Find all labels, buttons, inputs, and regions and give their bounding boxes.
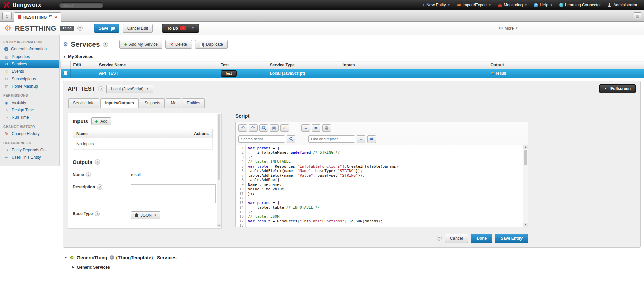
- todo-button[interactable]: To Do 1 ▼: [162, 24, 199, 33]
- io-panel-scrollbar[interactable]: ▼: [217, 114, 221, 227]
- menu-new-entity[interactable]: + New Entity ▼: [419, 3, 453, 7]
- service-name-cell[interactable]: API_TEST: [96, 69, 218, 78]
- sidebar-item-general-information[interactable]: i General Information: [0, 45, 59, 53]
- close-icon[interactable]: ×: [54, 16, 57, 19]
- code-line[interactable]: [248, 223, 523, 227]
- fullscreen-button[interactable]: Fullscreen: [599, 84, 636, 93]
- zoom-button[interactable]: [259, 124, 268, 132]
- indent-button[interactable]: ≡: [301, 124, 310, 132]
- my-services-group-header[interactable]: ▼ My Services: [60, 49, 644, 61]
- save-button[interactable]: Save: [94, 24, 119, 33]
- sidebar-item-run-time[interactable]: ◔ Run Time: [0, 114, 59, 121]
- menu-administrator[interactable]: Administrator: [604, 3, 641, 7]
- tab-restthing[interactable]: RESTTHING ×: [14, 12, 61, 22]
- sidebar-item-home-mashup[interactable]: ◫ Home Mashup: [0, 83, 59, 90]
- save-entity-button[interactable]: Save Entity: [495, 234, 528, 243]
- help-badge[interactable]: ?: [86, 172, 91, 177]
- row-select-checkbox[interactable]: [63, 71, 68, 75]
- global-search-input[interactable]: [59, 2, 104, 8]
- editor-code[interactable]: var params = { infoTableName: undefined …: [246, 145, 523, 227]
- sidebar-item-entity-depends-on[interactable]: ⇢ Entity Depends On: [0, 146, 59, 154]
- generic-services-group[interactable]: ▶ Generic Services: [72, 265, 644, 270]
- script-search-input[interactable]: [238, 135, 285, 143]
- code-line[interactable]: var table = Resources["InfoTableFunction…: [248, 164, 523, 169]
- cancel-edit-button[interactable]: Cancel Edit: [123, 24, 153, 33]
- help-badge[interactable]: ?: [95, 211, 100, 216]
- redo-button[interactable]: ↷: [249, 124, 258, 132]
- scroll-down-arrow[interactable]: ▼: [217, 224, 221, 227]
- help-badge[interactable]: ?: [77, 26, 83, 31]
- sidebar-section-title: PERMISSIONS: [0, 90, 59, 99]
- format-code-button[interactable]: ▦: [322, 124, 331, 132]
- tab-snippets[interactable]: Snippets: [140, 98, 165, 108]
- find-next-button[interactable]: →: [357, 135, 365, 143]
- code-line[interactable]: table.AddField({name: "Name", baseType: …: [248, 169, 523, 173]
- sidebar-item-change-history[interactable]: ↻ Change History: [0, 130, 59, 137]
- scrollbar-thumb[interactable]: [524, 150, 527, 165]
- code-line[interactable]: };: [248, 155, 523, 160]
- help-badge[interactable]: ?: [95, 159, 100, 165]
- code-line[interactable]: });: [248, 192, 523, 196]
- help-badge[interactable]: ?: [103, 42, 108, 47]
- scroll-down-arrow[interactable]: ▼: [523, 223, 528, 227]
- more-menu[interactable]: ⚙ More ▼: [499, 26, 640, 31]
- code-editor[interactable]: 123456789101112131415161718 var params =…: [236, 145, 528, 227]
- sidebar-item-services[interactable]: ⚙ Services: [0, 60, 59, 68]
- menu-monitoring[interactable]: Monitoring ▼: [494, 3, 530, 7]
- output-description-textarea[interactable]: [131, 184, 216, 203]
- info-icon[interactable]: i: [110, 255, 114, 260]
- menu-learning-connector[interactable]: Learning Connector: [556, 3, 604, 7]
- find-replace-input[interactable]: [308, 135, 355, 143]
- base-type-dropdown[interactable]: JSON ▼: [131, 211, 160, 219]
- sidebar-item-subscriptions[interactable]: ✉ Subscriptions: [0, 75, 59, 83]
- cancel-button[interactable]: Cancel: [445, 234, 468, 243]
- code-line[interactable]: // table: INFOTABLE: [248, 159, 523, 164]
- add-my-service-button[interactable]: + Add My Service: [119, 40, 162, 49]
- snapshot-button[interactable]: ▣: [270, 124, 279, 132]
- test-service-button[interactable]: Test: [221, 70, 237, 77]
- syntax-check-button[interactable]: ✓: [280, 124, 289, 132]
- done-button[interactable]: Done: [471, 234, 492, 243]
- menu-import-export[interactable]: ⇄ Import/Export ▼: [453, 3, 494, 7]
- code-line[interactable]: var result = Resources["InfoTableFunctio…: [248, 219, 523, 224]
- duplicate-button[interactable]: Duplicate: [195, 40, 228, 49]
- tab-list-button[interactable]: ▤: [634, 12, 641, 19]
- code-line[interactable]: table.AddRow({: [248, 178, 523, 182]
- replace-button[interactable]: ⇄: [367, 135, 376, 143]
- sidebar-item-visibility[interactable]: ◉ Visibility: [0, 99, 59, 106]
- editor-scrollbar[interactable]: ▲ ▼: [523, 145, 528, 227]
- menu-help[interactable]: ? Help ▼: [530, 3, 556, 7]
- code-line[interactable]: [248, 196, 523, 201]
- script-search-button[interactable]: [287, 135, 295, 143]
- help-badge[interactable]: ?: [97, 184, 102, 190]
- service-type-dropdown[interactable]: Local (JavaScript) ▼: [106, 85, 153, 93]
- code-line[interactable]: Name : me.name,: [248, 182, 523, 187]
- code-line[interactable]: };: [248, 210, 523, 215]
- code-line[interactable]: infoTableName: undefined /* STRING */: [248, 150, 523, 155]
- code-line[interactable]: Value : me.value,: [248, 187, 523, 192]
- code-line[interactable]: var params = {: [248, 146, 523, 151]
- sidebar-item-properties[interactable]: ▤ Properties: [0, 53, 59, 60]
- sidebar-item-uses-this-entity[interactable]: ⇠ Uses This Entity: [0, 154, 59, 161]
- tab-service-info[interactable]: Service Info: [68, 98, 99, 108]
- delete-button[interactable]: × Delete: [165, 40, 192, 49]
- code-line[interactable]: table: table /* INFOTABLE */: [248, 205, 523, 210]
- home-tab-button[interactable]: ⌂: [2, 12, 12, 20]
- scrollbar-thumb[interactable]: [218, 114, 220, 180]
- add-input-button[interactable]: + Add: [91, 117, 111, 125]
- service-row-api-test[interactable]: API_TEST Test Local (JavaScript) result: [61, 69, 644, 78]
- tab-entities[interactable]: Entities: [182, 98, 205, 108]
- undo-button[interactable]: ↶: [238, 124, 247, 132]
- help-badge[interactable]: ?: [437, 236, 442, 241]
- outdent-button[interactable]: ≣: [312, 124, 320, 132]
- help-badge[interactable]: ?: [98, 86, 103, 91]
- template-section-header[interactable]: ▼ ⚙ GenericThing i (ThingTemplate) - Ser…: [64, 255, 644, 261]
- scroll-up-arrow[interactable]: ▲: [523, 145, 528, 149]
- sidebar-item-design-time[interactable]: ◑ Design Time: [0, 106, 59, 114]
- tab-inputs-outputs[interactable]: Inputs/Outputs: [100, 98, 138, 108]
- sidebar-item-events[interactable]: ↯ Events: [0, 68, 59, 75]
- code-line[interactable]: // table: JSON: [248, 214, 523, 219]
- tab-me[interactable]: Me: [166, 98, 181, 108]
- code-line[interactable]: var params = {: [248, 201, 523, 205]
- code-line[interactable]: table.AddField({name: "Value", baseType:…: [248, 173, 523, 178]
